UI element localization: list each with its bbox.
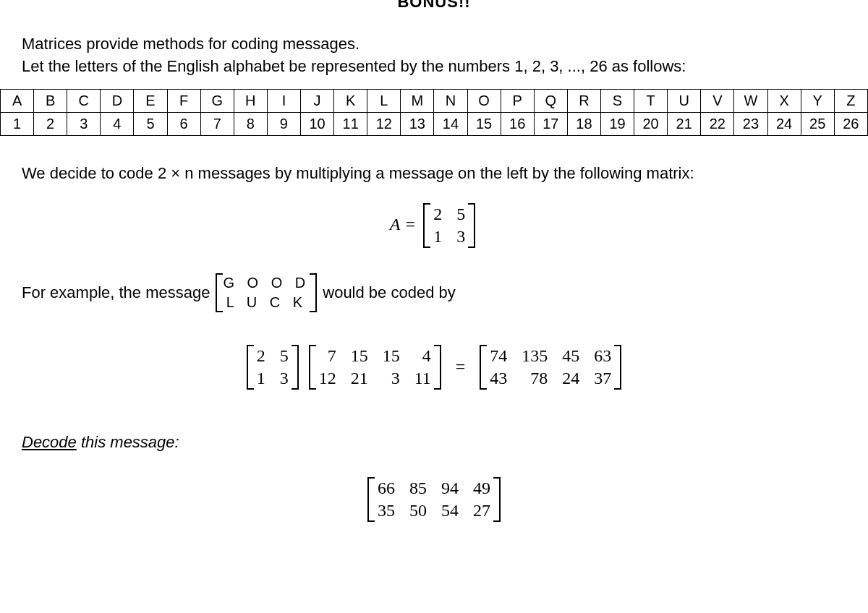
example-prefix: For example, the message: [22, 283, 210, 302]
decode-matrix: 66859449 35505427: [367, 477, 501, 522]
encode-text: We decide to code 2 × n messages by mult…: [22, 161, 846, 185]
intro-line2: Let the letters of the English alphabet …: [22, 56, 868, 78]
example-row: For example, the message G O O D L U C K…: [22, 273, 846, 312]
calc-matrix-msg: 715154 1221311: [309, 345, 441, 390]
calc-matrix-a: 25 13: [247, 345, 299, 390]
decode-prompt: Decode this message:: [22, 433, 846, 452]
alphabet-numbers-row: 1234567891011121314151617181920212223242…: [1, 112, 868, 135]
alphabet-table: ABCDEFGHIJKLMNOPQRSTUVWXYZ 1234567891011…: [0, 89, 868, 136]
decode-word: Decode: [22, 433, 77, 451]
matrix-a-definition: A = 25 13: [0, 203, 868, 248]
word-matrix: G O O D L U C K: [216, 273, 317, 312]
bonus-heading: BONUS!!: [0, 0, 868, 12]
example-suffix: would be coded by: [323, 283, 455, 302]
decode-rest: this message:: [77, 433, 179, 451]
intro-text: Matrices provide methods for coding mess…: [22, 33, 868, 78]
calculation-row: 25 13 715154 1221311 = 741354563 4378243…: [0, 345, 868, 390]
calc-matrix-result: 741354563 43782437: [480, 345, 621, 390]
intro-line1: Matrices provide methods for coding mess…: [22, 33, 868, 56]
equals-sign: =: [456, 357, 466, 377]
decode-matrix-block: 66859449 35505427: [0, 477, 868, 522]
matrix-a: 25 13: [423, 203, 475, 248]
matrix-a-label: A =: [390, 214, 416, 233]
alphabet-letters-row: ABCDEFGHIJKLMNOPQRSTUVWXYZ: [1, 89, 868, 112]
